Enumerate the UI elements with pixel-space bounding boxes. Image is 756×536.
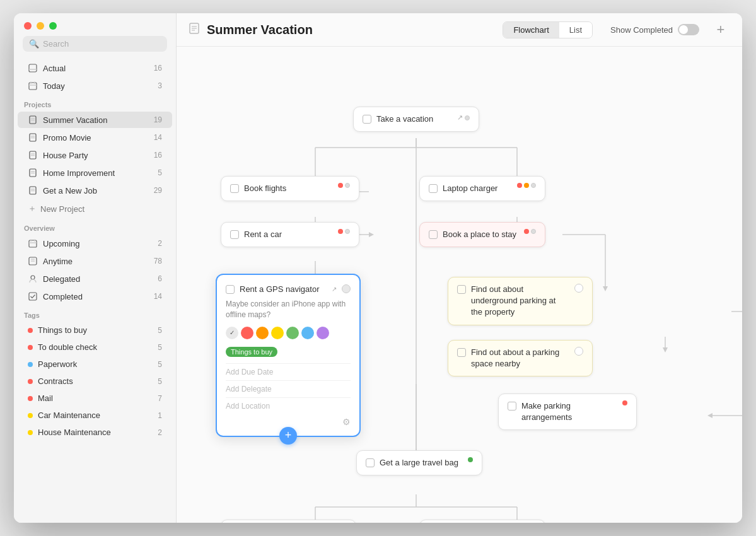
color-blue[interactable]	[301, 327, 314, 339]
node-text-underground-parking: Find out about underground parking at th…	[471, 284, 567, 318]
minimize-button[interactable]	[37, 22, 44, 30]
node-fleece-jacket[interactable]: Fleece jacket	[419, 520, 545, 523]
sidebar-count-pm: 14	[154, 133, 162, 142]
tag-things-to-buy[interactable]: Things to buy	[226, 347, 277, 357]
color-green[interactable]	[286, 327, 299, 339]
checkbox-rent-gps[interactable]	[226, 285, 235, 294]
tab-flowchart[interactable]: Flowchart	[503, 22, 559, 38]
node-text-take-vacation: Take a vacation	[376, 114, 452, 125]
node-underground-parking[interactable]: Find out about underground parking at th…	[448, 277, 593, 325]
show-completed-control: Show Completed	[610, 24, 699, 35]
sidebar-label-pm: Promo Movie	[43, 133, 149, 143]
sidebar-item-paperwork[interactable]: Paperwork 5	[18, 356, 172, 372]
svg-rect-0	[29, 64, 37, 72]
flow-container: Take a vacation ↗ Book flights	[202, 72, 742, 523]
color-purple[interactable]	[317, 327, 329, 339]
settings-icon[interactable]: ⚙	[342, 417, 351, 427]
node-take-vacation[interactable]: Take a vacation ↗	[353, 107, 479, 132]
color-red[interactable]	[241, 327, 253, 339]
titlebar	[14, 13, 176, 36]
add-child-button[interactable]: +	[279, 427, 297, 445]
sidebar-item-car-maintenance[interactable]: Car Maintenance 1	[18, 407, 172, 423]
sidebar-count-hi: 5	[158, 168, 162, 177]
sidebar-count-cm: 1	[158, 411, 162, 420]
checkbox-book-place[interactable]	[429, 230, 438, 239]
topbar: Summer Vacation Flowchart List Show Comp…	[177, 13, 742, 47]
node-book-place[interactable]: Book a place to stay	[419, 222, 545, 247]
node-book-flights[interactable]: Book flights	[221, 176, 359, 201]
checkbox-take-vacation[interactable]	[363, 115, 371, 124]
new-project-button[interactable]: ＋ New Project	[18, 200, 172, 218]
color-orange[interactable]	[256, 327, 269, 339]
sidebar-item-get-new-job[interactable]: Get a New Job 29	[18, 182, 172, 199]
detail-field-location[interactable]: Add Location	[226, 397, 351, 414]
color-pills-rent-gps: ✓	[226, 327, 351, 339]
search-bar[interactable]: 🔍 Search	[23, 36, 167, 52]
checkbox-parking-nearby[interactable]	[457, 348, 466, 357]
node-parking-nearby[interactable]: Find out about a parking space nearby	[448, 340, 593, 376]
sidebar-item-anytime[interactable]: Anytime 78	[18, 253, 172, 269]
checkbox-underground-parking[interactable]	[457, 285, 466, 294]
add-task-button[interactable]: +	[712, 21, 730, 38]
checkbox-travel-bag[interactable]	[366, 458, 375, 467]
show-completed-label: Show Completed	[610, 25, 673, 35]
sidebar-item-house-party[interactable]: House Party 16	[18, 147, 172, 163]
svg-marker-58	[707, 413, 712, 418]
sidebar-item-mail[interactable]: Mail 7	[18, 390, 172, 406]
maximize-button[interactable]	[49, 22, 57, 30]
node-travel-bag[interactable]: Get a large travel bag	[356, 450, 482, 475]
sidebar-item-actual[interactable]: Actual 16	[18, 60, 172, 76]
color-check[interactable]: ✓	[226, 327, 238, 339]
detail-field-due-date[interactable]: Add Due Date	[226, 363, 351, 380]
node-dots-parking-arrangements	[622, 400, 627, 405]
node-rent-car[interactable]: Rent a car	[221, 222, 359, 247]
node-laptop-charger[interactable]: Laptop charger	[419, 176, 545, 201]
sidebar-label-sv: Summer Vacation	[43, 115, 149, 125]
node-rent-gps[interactable]: Rent a GPS navigator ↗ Maybe consider an…	[216, 274, 361, 437]
app-window: 🔍 Search Actual 16	[14, 13, 742, 523]
svg-point-28	[31, 276, 35, 279]
checkbox-parking-arrangements[interactable]	[508, 402, 516, 411]
tag-dot-paperwork	[28, 362, 33, 367]
sidebar-item-house-maintenance[interactable]: House Maintenance 2	[18, 424, 172, 440]
dot-pa-1	[622, 400, 627, 405]
detail-note-rent-gps: Maybe consider an iPhone app with offlin…	[226, 299, 351, 320]
node-dots-travel-bag	[468, 457, 473, 462]
sidebar-label-upcoming: Upcoming	[43, 239, 153, 248]
sidebar-item-summer-vacation[interactable]: Summer Vacation 19	[18, 112, 172, 128]
flowchart-canvas[interactable]: Take a vacation ↗ Book flights	[177, 47, 742, 523]
dot-pn-1	[574, 347, 583, 356]
sidebar-item-completed[interactable]: Completed 14	[18, 288, 172, 305]
sidebar-label-pw: Paperwork	[38, 359, 153, 369]
checkbox-laptop-charger[interactable]	[429, 184, 438, 193]
svg-marker-54	[663, 347, 668, 352]
sidebar-item-contracts[interactable]: Contracts 5	[18, 373, 172, 389]
sidebar-count-tdc: 5	[158, 343, 162, 352]
sidebar-item-things-to-buy[interactable]: Things to buy 5	[18, 322, 172, 338]
close-button[interactable]	[24, 22, 32, 30]
sidebar-count-ct: 5	[158, 377, 162, 386]
sidebar-item-promo-movie[interactable]: Promo Movie 14	[18, 129, 172, 146]
sidebar-count-sv: 19	[154, 115, 162, 124]
checkbox-book-flights[interactable]	[230, 184, 239, 193]
node-long-sleeve[interactable]: Long-sleeved shirts	[221, 520, 356, 523]
color-yellow[interactable]	[271, 327, 284, 339]
node-dots-take-vacation: ↗	[457, 114, 470, 122]
sidebar-label-tdc: To double check	[38, 342, 153, 352]
checkbox-rent-car[interactable]	[230, 230, 239, 239]
node-parking-arrangements[interactable]: Make parking arrangements	[498, 393, 637, 430]
sidebar-count-ttb: 5	[158, 326, 162, 335]
sidebar-label-actual: Actual	[43, 64, 149, 73]
node-text-book-flights: Book flights	[244, 183, 333, 194]
sidebar-item-delegated[interactable]: Delegated 6	[18, 271, 172, 287]
tab-group: Flowchart List	[503, 21, 593, 38]
detail-field-delegate[interactable]: Add Delegate	[226, 380, 351, 397]
sidebar-item-home-improvement[interactable]: Home Improvement 5	[18, 165, 172, 181]
sidebar-item-to-double-check[interactable]: To double check 5	[18, 339, 172, 355]
show-completed-toggle[interactable]	[678, 24, 699, 35]
sidebar-item-upcoming[interactable]: Upcoming 2	[18, 235, 172, 252]
expand-icon-rent-gps: ↗	[332, 286, 337, 293]
tab-list[interactable]: List	[559, 22, 592, 38]
sidebar-item-today[interactable]: Today 3	[18, 78, 172, 94]
inbox-icon	[28, 63, 38, 73]
